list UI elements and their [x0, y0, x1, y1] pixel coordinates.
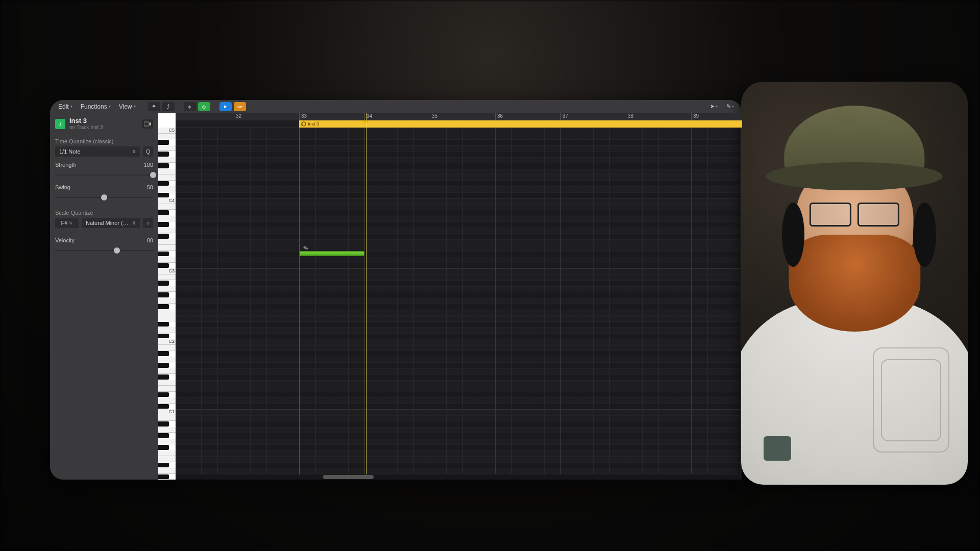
piano-black-key[interactable] — [158, 351, 169, 356]
slider-thumb[interactable] — [101, 194, 107, 201]
piano-white-key[interactable] — [158, 456, 176, 462]
midi-out-button[interactable]: ⎋ — [198, 102, 210, 111]
velocity-slider[interactable] — [55, 246, 153, 255]
piano-white-key[interactable] — [158, 169, 176, 175]
piano-white-key[interactable] — [158, 298, 176, 304]
scale-quantize-label: Scale Quantize — [55, 210, 153, 216]
piano-black-key[interactable] — [158, 421, 169, 427]
piano-black-key[interactable] — [158, 152, 169, 157]
piano-black-key[interactable] — [158, 292, 169, 297]
piano-white-key[interactable] — [158, 228, 176, 234]
slider-thumb[interactable] — [150, 172, 156, 178]
piano-white-key[interactable] — [158, 245, 176, 251]
piano-black-key[interactable] — [158, 404, 169, 409]
piano-white-key[interactable] — [158, 386, 176, 392]
piano-white-key[interactable] — [158, 186, 176, 192]
scrollbar-thumb[interactable] — [323, 475, 374, 479]
velocity-value: 80 — [147, 237, 153, 243]
scale-key-value: F# — [61, 220, 68, 226]
piano-black-key[interactable] — [158, 181, 169, 186]
piano-black-key[interactable] — [158, 281, 169, 286]
catch-playhead-button[interactable]: ▸ — [219, 102, 232, 111]
playhead[interactable] — [366, 113, 366, 480]
piano-black-key[interactable] — [158, 304, 169, 309]
quantize-button[interactable]: Q — [143, 146, 153, 157]
slider-thumb[interactable] — [114, 247, 120, 254]
chevron-down-icon: ▾ — [109, 104, 111, 109]
midi-out-icon: ⎋ — [202, 104, 206, 110]
piano-black-key[interactable] — [158, 374, 169, 380]
left-click-tool[interactable]: ➤ ▾ — [706, 102, 721, 111]
swing-label: Swing — [55, 184, 70, 190]
piano-white-key[interactable] — [158, 204, 176, 210]
piano-white-key[interactable] — [158, 450, 176, 457]
collapse-button[interactable]: ✦ — [148, 102, 160, 111]
piano-black-key[interactable] — [158, 193, 169, 198]
piano-white-key[interactable] — [158, 239, 176, 245]
piano-white-key[interactable] — [158, 157, 176, 163]
piano-white-key[interactable] — [158, 427, 176, 433]
media-icon[interactable] — [142, 119, 153, 129]
octave-label: C2 — [168, 339, 175, 345]
piano-black-key[interactable] — [158, 252, 169, 257]
piano-white-key[interactable] — [158, 368, 176, 374]
menu-functions[interactable]: Functions ▾ — [78, 102, 114, 111]
piano-white-key[interactable] — [158, 315, 176, 321]
piano-black-key[interactable] — [158, 463, 169, 468]
piano-roll-editor: Edit ▾ Functions ▾ View ▾ ✦ ⤴ ⎆ ⎋ ▸ ⫘ — [50, 100, 742, 480]
link-button[interactable]: ⫘ — [234, 102, 246, 111]
scale-quantize-button[interactable]: ○ — [143, 218, 153, 228]
piano-white-key[interactable] — [158, 468, 176, 474]
piano-black-key[interactable] — [158, 263, 169, 268]
scale-mode-select[interactable]: Natural Minor (… ⇅ — [82, 218, 140, 228]
piano-black-key[interactable] — [158, 334, 169, 339]
piano-black-key[interactable] — [158, 474, 169, 480]
piano-black-key[interactable] — [158, 163, 169, 168]
piano-white-key[interactable] — [158, 357, 176, 363]
bar-ruler[interactable]: 3233343536373839 — [176, 113, 742, 120]
piano-white-key[interactable] — [158, 327, 176, 333]
piano-white-key[interactable] — [158, 134, 176, 140]
piano-white-key[interactable] — [158, 216, 176, 222]
automation-button[interactable]: ⤴ — [162, 102, 175, 111]
menu-edit[interactable]: Edit ▾ — [55, 102, 76, 111]
piano-white-key[interactable] — [158, 174, 176, 181]
piano-white-key[interactable] — [158, 345, 176, 351]
piano-keyboard[interactable]: C5C4C3C2C1 — [158, 113, 176, 480]
ruler-tick: 35 — [430, 113, 437, 120]
menu-view[interactable]: View ▾ — [116, 102, 139, 111]
piano-white-key[interactable] — [158, 274, 176, 281]
piano-white-key[interactable] — [158, 257, 176, 263]
piano-white-key[interactable] — [158, 439, 176, 445]
piano-black-key[interactable] — [158, 222, 169, 227]
velocity-label: Velocity — [55, 237, 75, 243]
piano-black-key[interactable] — [158, 210, 169, 215]
time-quantize-select[interactable]: 1/1 Note ⇅ — [55, 146, 140, 157]
piano-black-key[interactable] — [158, 322, 169, 327]
piano-white-key[interactable] — [158, 397, 176, 404]
piano-black-key[interactable] — [158, 140, 169, 145]
midi-note[interactable] — [299, 251, 364, 256]
piano-black-key[interactable] — [158, 445, 169, 450]
horizontal-scrollbar[interactable] — [176, 474, 742, 480]
cmd-click-tool[interactable]: ✎ ▾ — [723, 102, 737, 111]
piano-white-key[interactable] — [158, 145, 176, 152]
piano-roll-grid[interactable]: 3233343536373839 Inst 3 ✎ — [176, 113, 742, 480]
piano-black-key[interactable] — [158, 363, 169, 368]
swing-slider[interactable] — [55, 193, 153, 202]
piano-black-key[interactable] — [158, 392, 169, 397]
scale-key-select[interactable]: F# ⇅ — [55, 218, 79, 228]
catch-icon: ▸ — [224, 103, 227, 110]
person-beard — [789, 235, 920, 332]
piano-white-key[interactable] — [158, 286, 176, 292]
strength-slider[interactable] — [55, 171, 153, 179]
piano-white-key[interactable] — [158, 310, 176, 316]
piano-black-key[interactable] — [158, 433, 169, 438]
ruler-tick: 38 — [626, 113, 633, 120]
pencil-icon: ✎ — [726, 103, 731, 110]
quantize-label: Q — [146, 149, 150, 155]
midi-in-button[interactable]: ⎆ — [184, 102, 196, 111]
piano-black-key[interactable] — [158, 234, 169, 239]
piano-white-key[interactable] — [158, 380, 176, 386]
piano-white-key[interactable] — [158, 415, 176, 421]
